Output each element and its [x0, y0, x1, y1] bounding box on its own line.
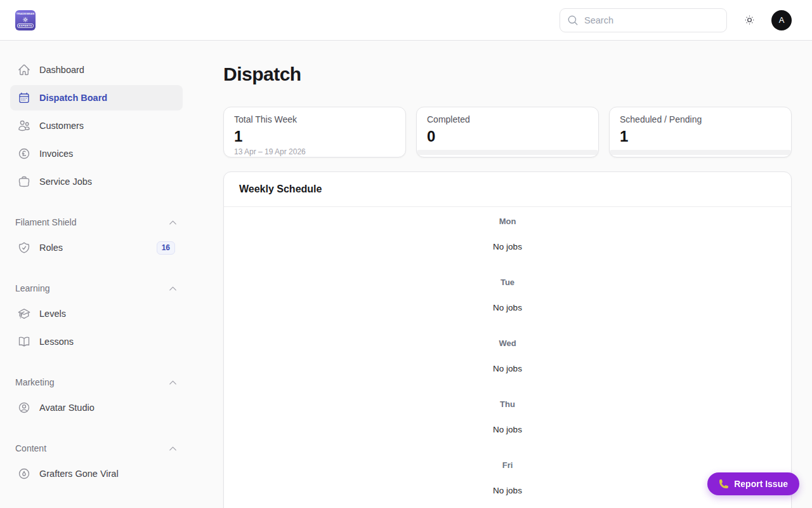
sidebar-section-filament-shield: Filament Shield Roles 16 — [10, 217, 183, 260]
sidebar-item-invoices[interactable]: Invoices — [10, 141, 183, 166]
stat-label: Completed — [427, 114, 588, 126]
stat-card-scheduled-pending: Scheduled / Pending 1 — [609, 107, 792, 157]
calendar-days-icon — [18, 91, 30, 104]
stat-card-total-this-week: Total This Week 1 13 Apr – 19 Apr 2026 — [223, 107, 406, 157]
day-name: Thu — [224, 399, 791, 409]
users-icon — [18, 119, 30, 132]
sidebar-item-levels[interactable]: Levels — [10, 301, 183, 326]
sidebar: Dashboard Dispatch Board Customers Invoi… — [0, 41, 193, 508]
progress-bar — [610, 150, 791, 155]
sidebar-item-service-jobs[interactable]: Service Jobs — [10, 169, 183, 194]
report-issue-label: Report Issue — [734, 479, 788, 489]
chevron-up-icon — [168, 218, 178, 227]
section-heading[interactable]: Content — [10, 443, 183, 453]
page-shell: Dashboard Dispatch Board Customers Invoi… — [0, 41, 812, 508]
chevron-up-icon — [168, 378, 178, 387]
schedule-day-tue: Tue No jobs — [224, 268, 791, 329]
shield-check-icon — [18, 241, 30, 254]
section-heading[interactable]: Marketing — [10, 377, 183, 387]
stat-value: 1 — [234, 126, 395, 147]
page-title: Dispatch — [223, 64, 792, 85]
weekly-schedule-header: Weekly Schedule — [224, 172, 791, 207]
progress-bar — [417, 150, 598, 155]
logo-text-top: TRADESMAN — [16, 12, 34, 16]
stat-card-completed: Completed 0 — [416, 107, 599, 157]
topbar: TRADESMAN EXPERTS A — [0, 0, 812, 41]
user-circle-icon — [18, 401, 30, 414]
section-heading[interactable]: Filament Shield — [10, 217, 183, 227]
weekly-schedule-title: Weekly Schedule — [239, 184, 776, 195]
stat-value: 0 — [427, 126, 588, 147]
sidebar-main-nav: Dashboard Dispatch Board Customers Invoi… — [10, 57, 183, 194]
search-icon — [567, 15, 579, 26]
count-badge: 16 — [157, 241, 175, 255]
weekly-schedule-days: Mon No jobs Tue No jobs Wed No jobs Thu … — [224, 207, 791, 508]
schedule-day-wed: Wed No jobs — [224, 329, 791, 390]
flame-icon — [18, 467, 30, 480]
home-icon — [18, 64, 30, 76]
currency-pound-icon — [18, 147, 30, 160]
chevron-up-icon — [168, 444, 178, 453]
section-heading[interactable]: Learning — [10, 283, 183, 293]
sidebar-item-roles[interactable]: Roles 16 — [10, 235, 183, 260]
day-status: No jobs — [224, 486, 791, 495]
stat-subtext: 13 Apr – 19 Apr 2026 — [234, 147, 395, 156]
sun-icon — [743, 14, 756, 26]
logo-text-bottom: EXPERTS — [17, 23, 34, 29]
day-status: No jobs — [224, 364, 791, 373]
stat-value: 1 — [620, 126, 781, 147]
schedule-day-mon: Mon No jobs — [224, 207, 791, 268]
schedule-day-fri: Fri No jobs — [224, 451, 791, 508]
day-name: Tue — [224, 277, 791, 287]
app-logo[interactable]: TRADESMAN EXPERTS — [15, 10, 36, 30]
sidebar-item-dashboard[interactable]: Dashboard — [10, 57, 183, 83]
day-name: Mon — [224, 217, 791, 226]
sidebar-sections: Filament Shield Roles 16 Learning Levels… — [10, 217, 183, 486]
topbar-actions: A — [560, 8, 792, 32]
user-avatar[interactable]: A — [771, 10, 792, 30]
stat-label: Total This Week — [234, 114, 395, 126]
sidebar-section-learning: Learning Levels Lessons — [10, 283, 183, 354]
schedule-day-thu: Thu No jobs — [224, 390, 791, 451]
gear-icon — [22, 17, 29, 23]
main-content: Dispatch Total This Week 1 13 Apr – 19 A… — [193, 41, 812, 508]
stat-label: Scheduled / Pending — [620, 114, 781, 126]
day-status: No jobs — [224, 303, 791, 312]
day-name: Fri — [224, 460, 791, 470]
search-box — [560, 8, 727, 32]
book-open-icon — [18, 335, 30, 348]
day-status: No jobs — [224, 425, 791, 434]
sidebar-item-lessons[interactable]: Lessons — [10, 329, 183, 354]
stats-row: Total This Week 1 13 Apr – 19 Apr 2026 C… — [223, 107, 792, 157]
sidebar-item-customers[interactable]: Customers — [10, 113, 183, 138]
sidebar-item-avatar-studio[interactable]: Avatar Studio — [10, 395, 183, 420]
phone-icon — [719, 479, 729, 489]
briefcase-icon — [18, 175, 30, 188]
search-input[interactable] — [560, 8, 727, 32]
theme-toggle-button[interactable] — [738, 10, 760, 31]
academic-cap-icon — [18, 307, 30, 320]
sidebar-section-marketing: Marketing Avatar Studio — [10, 377, 183, 420]
chevron-up-icon — [168, 284, 178, 293]
day-status: No jobs — [224, 242, 791, 251]
report-issue-button[interactable]: Report Issue — [707, 472, 799, 495]
sidebar-section-content: Content Grafters Gone Viral — [10, 443, 183, 486]
sidebar-item-grafters-gone-viral[interactable]: Grafters Gone Viral — [10, 461, 183, 486]
sidebar-item-dispatch-board[interactable]: Dispatch Board — [10, 85, 183, 110]
weekly-schedule-card: Weekly Schedule Mon No jobs Tue No jobs … — [223, 171, 792, 508]
day-name: Wed — [224, 338, 791, 348]
